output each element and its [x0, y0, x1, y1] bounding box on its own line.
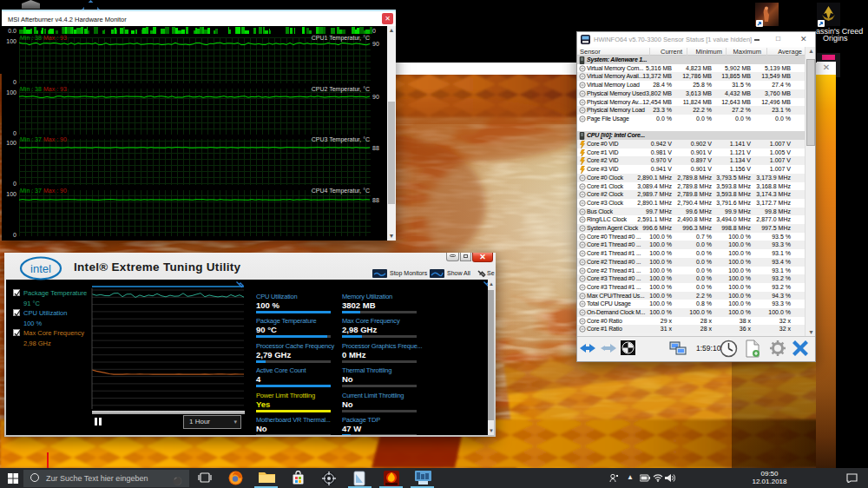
svg-text:Max : 90: Max : 90: [43, 188, 67, 194]
svg-text:CPU2 Temperatur, °C: CPU2 Temperatur, °C: [312, 86, 370, 93]
svg-text:0: 0: [13, 181, 16, 187]
svg-text:intel: intel: [30, 262, 51, 275]
svg-text:90: 90: [372, 41, 379, 47]
svg-text:88: 88: [372, 197, 379, 203]
svg-text:0: 0: [13, 79, 16, 85]
svg-text:0: 0: [372, 28, 376, 34]
svg-text:Max : 90: Max : 90: [43, 136, 67, 142]
svg-text:Min : 37: Min : 37: [20, 136, 42, 142]
svg-text:0.0: 0.0: [8, 28, 16, 34]
svg-text:100: 100: [6, 89, 16, 96]
svg-text:90: 90: [372, 94, 379, 100]
svg-text:CPU1 Temperatur, °C: CPU1 Temperatur, °C: [312, 35, 370, 42]
svg-text:100: 100: [6, 140, 16, 146]
svg-text:CPU3 Temperatur, °C: CPU3 Temperatur, °C: [312, 136, 370, 143]
svg-text:0: 0: [13, 232, 16, 238]
svg-text:0: 0: [13, 130, 16, 136]
svg-text:100: 100: [6, 191, 16, 197]
svg-text:Min : 38: Min : 38: [20, 35, 42, 41]
svg-text:CPU4 Temperatur, °C: CPU4 Temperatur, °C: [312, 188, 370, 195]
svg-text:Min : 37: Min : 37: [20, 188, 42, 194]
svg-text:100: 100: [6, 38, 16, 44]
svg-text:88: 88: [372, 145, 379, 151]
svg-text:Min : 38: Min : 38: [20, 86, 42, 92]
svg-text:Max : 93: Max : 93: [43, 86, 67, 92]
svg-text:Max : 93: Max : 93: [43, 35, 67, 41]
